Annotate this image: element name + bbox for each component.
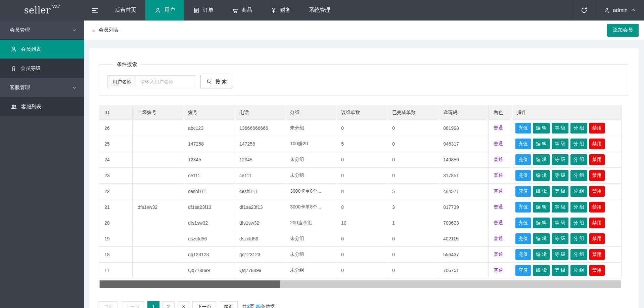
hamburger-icon — [91, 7, 99, 14]
nav-item-finance[interactable]: 财务 — [261, 0, 300, 21]
role-link[interactable]: 普通 — [494, 267, 503, 273]
role-link[interactable]: 普通 — [494, 220, 503, 225]
action-button-level[interactable]: 等 级 — [552, 218, 568, 228]
action-button-recharge[interactable]: 充值 — [515, 123, 531, 133]
action-button-recharge[interactable]: 充值 — [515, 202, 531, 213]
action-button-level[interactable]: 等 级 — [552, 186, 568, 197]
action-button-group[interactable]: 分 组 — [570, 218, 587, 228]
sidebar-item-member-list[interactable]: 会员列表 — [0, 40, 84, 59]
action-button-disable[interactable]: 禁用 — [589, 123, 605, 133]
action-button-recharge[interactable]: 充值 — [515, 186, 531, 197]
cell-phone: 13666666666 — [234, 120, 285, 136]
action-button-disable[interactable]: 禁用 — [589, 218, 605, 228]
horizontal-scrollbar[interactable] — [99, 280, 621, 288]
nav-item-system[interactable]: 系统管理 — [300, 0, 339, 21]
role-link[interactable]: 普通 — [494, 204, 503, 209]
action-button-recharge[interactable]: 充值 — [515, 233, 531, 244]
role-link[interactable]: 普通 — [494, 172, 503, 178]
page-button-first[interactable]: 首页 — [99, 301, 118, 308]
cell-group: 未分组 — [285, 120, 336, 136]
action-button-level[interactable]: 等 级 — [552, 139, 568, 149]
action-button-disable[interactable]: 禁用 — [589, 202, 605, 213]
action-button-level[interactable]: 等 级 — [552, 123, 568, 133]
action-button-edit[interactable]: 编 辑 — [533, 154, 550, 165]
action-button-recharge[interactable]: 充值 — [515, 265, 531, 276]
action-button-group[interactable]: 分 组 — [570, 233, 587, 244]
cell-phone: dfs1sw32 — [234, 215, 285, 231]
action-button-group[interactable]: 分 组 — [570, 123, 587, 133]
action-button-edit[interactable]: 编 辑 — [533, 170, 550, 181]
sidebar-item-service-list[interactable]: 客服列表 — [0, 97, 84, 116]
role-link[interactable]: 普通 — [494, 236, 503, 241]
action-button-group[interactable]: 分 组 — [570, 170, 587, 181]
nav-item-orders[interactable]: 订单 — [184, 0, 223, 21]
cell-group: 未分组 — [285, 263, 336, 278]
action-button-recharge[interactable]: 充值 — [515, 139, 531, 149]
sidebar-item-member-manage[interactable]: 会员管理 — [0, 21, 84, 40]
user-icon — [154, 7, 161, 14]
sidebar-item-member-level[interactable]: 会员等级 — [0, 59, 84, 78]
action-button-recharge[interactable]: 充值 — [515, 218, 531, 228]
action-button-group[interactable]: 分 组 — [570, 139, 587, 149]
action-button-disable[interactable]: 禁用 — [589, 233, 605, 244]
page-button-last[interactable]: 尾页 — [219, 301, 238, 308]
role-link[interactable]: 普通 — [494, 141, 503, 146]
action-button-level[interactable]: 等 级 — [552, 202, 568, 213]
action-button-group[interactable]: 分 组 — [570, 202, 587, 213]
action-button-disable[interactable]: 禁用 — [589, 249, 605, 260]
nav-item-users[interactable]: 用户 — [145, 0, 184, 21]
nav-item-dashboard[interactable]: 后台首页 — [106, 0, 145, 21]
role-link[interactable]: 普通 — [494, 188, 503, 194]
role-link[interactable]: 普通 — [494, 125, 503, 130]
admin-menu[interactable]: admin — [595, 0, 644, 21]
action-button-edit[interactable]: 编 辑 — [533, 202, 550, 213]
username-input[interactable] — [136, 75, 196, 88]
sidebar-item-service-manage[interactable]: 客服管理 — [0, 78, 84, 97]
action-button-level[interactable]: 等 级 — [552, 249, 568, 260]
action-button-recharge[interactable]: 充值 — [515, 170, 531, 181]
cell-role: 普通 — [489, 231, 512, 247]
action-button-group[interactable]: 分 组 — [570, 265, 587, 276]
page-button-page-1[interactable]: 1 — [147, 301, 159, 308]
cell-invite-code: 556437 — [438, 247, 489, 263]
action-button-edit[interactable]: 编 辑 — [533, 218, 550, 228]
action-button-recharge[interactable]: 充值 — [515, 249, 531, 260]
table-row: 21 dfs1sw32 df1sa23f13 df1sa23f13 3000卡单… — [99, 199, 622, 215]
action-button-edit[interactable]: 编 辑 — [533, 186, 550, 197]
action-button-group[interactable]: 分 组 — [570, 154, 587, 165]
role-link[interactable]: 普通 — [494, 157, 503, 162]
cell-invite-code: 709623 — [438, 215, 489, 231]
action-button-disable[interactable]: 禁用 — [589, 265, 605, 276]
nav-item-goods[interactable]: 商品 — [223, 0, 261, 21]
action-button-level[interactable]: 等 级 — [552, 170, 568, 181]
action-button-disable[interactable]: 禁用 — [589, 170, 605, 181]
action-button-edit[interactable]: 编 辑 — [533, 265, 550, 276]
action-button-recharge[interactable]: 充值 — [515, 154, 531, 165]
action-button-edit[interactable]: 编 辑 — [533, 123, 550, 133]
scrollbar-thumb[interactable] — [100, 280, 280, 288]
page-button-next[interactable]: 下一页 — [192, 301, 216, 308]
action-button-edit[interactable]: 编 辑 — [533, 139, 550, 149]
action-button-level[interactable]: 等 级 — [552, 233, 568, 244]
action-button-level[interactable]: 等 级 — [552, 265, 568, 276]
page-button-page-2[interactable]: 2 — [163, 301, 175, 308]
refresh-button[interactable] — [573, 0, 595, 21]
cell-account: Qq778899 — [183, 263, 234, 278]
page-button-page-3[interactable]: 3 — [178, 301, 190, 308]
role-link[interactable]: 普通 — [494, 252, 503, 257]
page-button-prev[interactable]: 上一页 — [121, 301, 144, 308]
cell-completed-orders: 0 — [387, 120, 438, 136]
action-button-group[interactable]: 分 组 — [570, 249, 587, 260]
add-member-button[interactable]: 添加会员 — [607, 24, 639, 37]
cell-completed-orders: 0 — [387, 247, 438, 263]
menu-toggle-button[interactable] — [84, 0, 106, 21]
action-button-edit[interactable]: 编 辑 — [533, 233, 550, 244]
action-button-level[interactable]: 等 级 — [552, 154, 568, 165]
action-button-disable[interactable]: 禁用 — [589, 154, 605, 165]
action-button-group[interactable]: 分 组 — [570, 186, 587, 197]
action-button-disable[interactable]: 禁用 — [589, 186, 605, 197]
cell-invite-code: 817739 — [438, 199, 489, 215]
search-button[interactable]: 搜 索 — [200, 75, 232, 88]
action-button-disable[interactable]: 禁用 — [589, 139, 605, 149]
action-button-edit[interactable]: 编 辑 — [533, 249, 550, 260]
